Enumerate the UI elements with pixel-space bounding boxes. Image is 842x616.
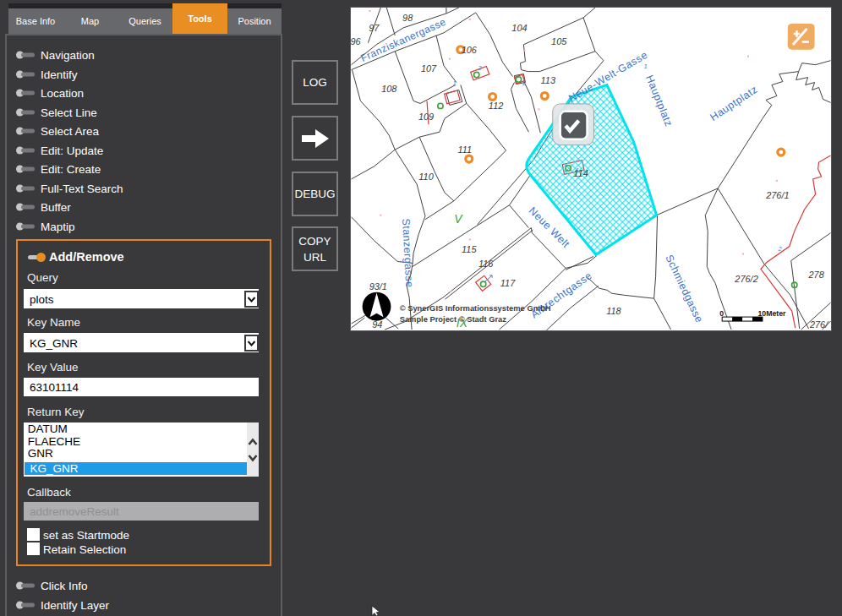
svg-text:1: 1 xyxy=(453,80,457,86)
svg-text:112: 112 xyxy=(489,101,503,111)
svg-text:109: 109 xyxy=(418,112,434,122)
svg-text:Stanzergasse: Stanzergasse xyxy=(400,218,415,288)
svg-text:276/1: 276/1 xyxy=(765,190,789,200)
svg-text:1: 1 xyxy=(576,167,579,173)
svg-text:104: 104 xyxy=(511,23,527,33)
svg-text:278: 278 xyxy=(807,270,824,280)
svg-text:113: 113 xyxy=(541,75,555,85)
svg-text:117: 117 xyxy=(500,278,516,288)
svg-text:© SynerGIS Informationssysteme: © SynerGIS Informationssysteme GmbH xyxy=(400,304,551,313)
svg-text:96: 96 xyxy=(350,36,361,46)
svg-text:118: 118 xyxy=(606,306,621,316)
svg-text:94: 94 xyxy=(372,319,382,330)
svg-text:97: 97 xyxy=(369,23,380,33)
svg-text:2: 2 xyxy=(778,246,782,252)
svg-text:115: 115 xyxy=(462,244,477,254)
svg-text:2: 2 xyxy=(478,65,482,71)
svg-text:V: V xyxy=(454,212,463,226)
svg-text:105: 105 xyxy=(551,36,567,46)
svg-text:106: 106 xyxy=(462,45,478,55)
svg-text:Sample Project © Stadt Graz: Sample Project © Stadt Graz xyxy=(400,315,507,324)
svg-text:108: 108 xyxy=(381,84,397,94)
svg-text:98: 98 xyxy=(402,13,413,23)
svg-text:1: 1 xyxy=(522,80,525,86)
svg-text:0: 0 xyxy=(719,309,724,318)
svg-text:Schmiedgasse: Schmiedgasse xyxy=(663,253,705,324)
svg-text:Hauptplatz: Hauptplatz xyxy=(643,74,675,128)
svg-text:1: 1 xyxy=(644,63,648,69)
svg-text:111: 111 xyxy=(457,144,472,155)
svg-text:276/: 276/ xyxy=(809,319,828,330)
svg-text:Hauptplatz: Hauptplatz xyxy=(708,84,759,123)
svg-text:110: 110 xyxy=(418,172,433,182)
svg-text:107: 107 xyxy=(421,63,437,74)
svg-text:93/1: 93/1 xyxy=(369,281,387,292)
svg-text:276/2: 276/2 xyxy=(734,274,757,284)
svg-text:10Meter: 10Meter xyxy=(757,309,786,318)
svg-text:116: 116 xyxy=(478,259,494,269)
